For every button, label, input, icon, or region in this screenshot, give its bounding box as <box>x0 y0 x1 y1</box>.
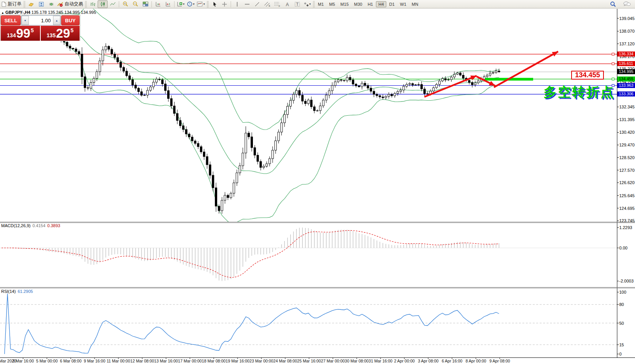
macd-axis-tick: 1.2293 <box>619 225 632 230</box>
svg-text:T: T <box>296 2 298 7</box>
market-watch-button[interactable] <box>36 0 46 8</box>
price-axis-tick: 131.395 <box>619 117 635 122</box>
sell-price-point: 5 <box>31 27 34 33</box>
buy-price[interactable]: 135 29 5 <box>41 26 80 41</box>
dropdown-caret: ▾ <box>309 2 311 6</box>
zoom-in-button[interactable] <box>120 0 130 8</box>
navigator-icon <box>48 2 54 7</box>
price-axis-tick: 132.345 <box>619 105 635 109</box>
rsi-value: 61.2905 <box>18 289 33 294</box>
fibonacci-button[interactable]: F <box>272 0 282 8</box>
zoom-out-button[interactable] <box>130 0 140 8</box>
ohlc-high: 135.245 <box>48 10 63 15</box>
arrows-button[interactable]: ▾ <box>302 0 312 8</box>
timeframe-h4[interactable]: H4 <box>376 1 386 7</box>
timeframe-m15[interactable]: M15 <box>338 1 351 7</box>
price-level-badge: 133.306 <box>617 91 635 96</box>
time-axis-label: 9 Mar 16:00 <box>84 359 105 363</box>
buy-price-pips: 29 <box>56 27 70 40</box>
time-axis-label: 31 Mar 16:00 <box>369 359 392 363</box>
toolbar-separator <box>174 1 175 7</box>
timeframe-d1[interactable]: D1 <box>387 1 397 7</box>
equidistant-channel-icon: E <box>264 2 270 7</box>
line-chart-icon <box>110 2 116 7</box>
new-order-icon <box>1 2 7 7</box>
line-chart-button[interactable] <box>108 0 118 8</box>
chart-canvas[interactable] <box>0 0 635 364</box>
zoom-in-icon <box>123 1 128 7</box>
new-order-button[interactable]: 新订单 <box>0 0 23 8</box>
timeframe-w1[interactable]: W1 <box>398 1 409 7</box>
price-axis-tick: 139.045 <box>619 16 635 21</box>
price-axis-tick: 127.570 <box>619 168 635 173</box>
collapse-marker[interactable]: ▲ <box>1 11 4 15</box>
auto-scroll-icon <box>155 2 161 7</box>
chat-button[interactable] <box>622 0 632 8</box>
toolbar-separator <box>151 1 152 7</box>
time-axis-label: 27 Mar 00:00 <box>321 359 345 363</box>
sell-price-integer: 134 <box>7 32 16 38</box>
period-button[interactable]: ▾ <box>186 0 196 8</box>
rsi-axis-tick: 80 <box>619 302 624 307</box>
time-axis-label: 19 Mar 16:00 <box>226 359 249 363</box>
equidistant-channel-button[interactable]: E <box>262 0 272 8</box>
buy-price-integer: 135 <box>47 32 55 38</box>
template-button[interactable]: ▾ <box>196 0 206 8</box>
navigator-button[interactable] <box>46 0 56 8</box>
toolbar-handle <box>313 1 315 7</box>
buy-button[interactable]: BUY <box>61 15 80 25</box>
sell-button[interactable]: SELL <box>1 15 21 25</box>
tile-windows-button[interactable] <box>140 0 150 8</box>
time-axis-label: 17 Mar 00:00 <box>178 359 202 363</box>
fibonacci-icon: F <box>274 2 280 7</box>
horizontal-line-icon <box>244 2 250 7</box>
timeframe-m5[interactable]: M5 <box>327 1 337 7</box>
text-button[interactable]: A <box>282 0 292 8</box>
auto-trading-label: 自动交易 <box>65 1 83 7</box>
add-indicator-icon <box>177 2 183 7</box>
auto-scroll-button[interactable] <box>153 0 163 8</box>
rsi-label: RSI(14)61.2905 <box>1 289 33 294</box>
price-axis-tick: 126.620 <box>619 180 635 185</box>
price-axis-tick: 123.745 <box>619 218 635 223</box>
price-axis-tick: 124.695 <box>619 206 635 211</box>
trend-line-button[interactable] <box>252 0 262 8</box>
crosshair-button[interactable] <box>219 0 229 8</box>
chart-shift-button[interactable] <box>163 0 173 8</box>
add-indicator-button[interactable]: ▾ <box>176 0 186 8</box>
volume-increase-button[interactable]: ▲ <box>53 16 60 25</box>
price-axis-tick: 138.070 <box>619 29 635 33</box>
text-label-button[interactable]: T <box>292 0 302 8</box>
dropdown-caret: ▾ <box>183 2 185 6</box>
timeframe-h1[interactable]: H1 <box>365 1 375 7</box>
bar-chart-button[interactable] <box>88 0 98 8</box>
volume-input[interactable]: 1.00 <box>29 16 53 25</box>
profile-button[interactable] <box>26 0 36 8</box>
macd-label: MACD(12,26,9)0.41540.3893 <box>1 223 60 228</box>
search-button[interactable] <box>608 0 618 8</box>
sell-price[interactable]: 134 99 5 <box>1 26 40 41</box>
price-level-badge: 135.611 <box>617 61 635 66</box>
horizontal-line-button[interactable] <box>242 0 252 8</box>
timeframe-m1[interactable]: M1 <box>316 1 326 7</box>
timeframe-m30[interactable]: M30 <box>352 1 364 7</box>
macd-main-value: 0.4154 <box>32 223 45 228</box>
tile-windows-icon <box>143 2 148 7</box>
pivot-annotation-text[interactable]: 多空转折点 <box>544 83 615 101</box>
time-axis-label: 24 Mar 08:00 <box>273 359 297 363</box>
timeframe-mn[interactable]: MN <box>409 1 421 7</box>
time-axis-label: 2 Apr 00:00 <box>394 359 415 363</box>
candlestick-chart-button[interactable] <box>98 0 108 8</box>
auto-trading-button[interactable]: 自动交易 <box>56 0 84 8</box>
volume-decrease-button[interactable]: ▼ <box>22 16 29 25</box>
buy-price-point: 5 <box>70 27 73 33</box>
macd-axis-tick: -2.0003 <box>619 279 633 283</box>
rsi-axis-tick: 15 <box>619 342 624 347</box>
time-axis-label: 25 Mar 16:00 <box>297 359 321 363</box>
vertical-line-button[interactable] <box>232 0 242 8</box>
rsi-name: RSI(14) <box>1 289 16 294</box>
level-price-box[interactable]: 134.455 <box>571 71 604 80</box>
svg-text:F: F <box>279 5 280 7</box>
cursor-button[interactable] <box>209 0 219 8</box>
toolbar-separator <box>231 1 231 7</box>
